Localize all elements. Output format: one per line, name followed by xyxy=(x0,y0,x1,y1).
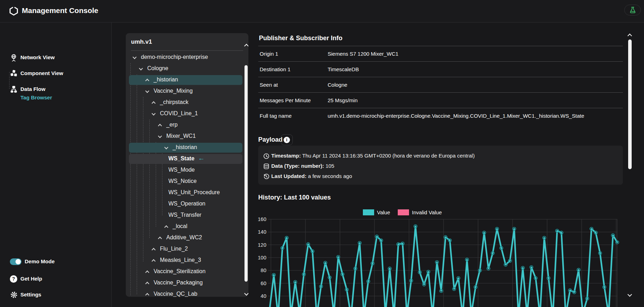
tree-item--erp[interactable]: _erp xyxy=(126,119,248,131)
chevron-up-icon[interactable] xyxy=(145,270,149,274)
chevron-down-icon[interactable] xyxy=(158,134,162,138)
chevron-up-icon[interactable] xyxy=(151,259,155,263)
gear-icon xyxy=(10,291,18,299)
selected-tag-arrow-icon: ← xyxy=(198,154,205,162)
tree-item-ws-operation[interactable]: WS_Operation xyxy=(126,198,248,210)
chevron-up-icon[interactable] xyxy=(158,124,162,128)
info-row-value: TimescaleDB xyxy=(328,66,623,72)
demo-flask-button[interactable] xyxy=(624,5,641,16)
sidebar-item-settings[interactable]: Settings xyxy=(0,291,112,301)
clock-icon xyxy=(263,152,270,159)
sidebar-item-tag-browser[interactable]: Tag Browser xyxy=(0,78,112,88)
tree-item-label: _historian xyxy=(173,144,197,151)
tree-item-label: WS_State xyxy=(168,155,194,162)
chevron-up-icon[interactable] xyxy=(158,237,162,240)
demo-mode-label: Demo Mode xyxy=(25,258,55,264)
svg-text:60: 60 xyxy=(261,281,266,286)
tree-scroll-up-icon[interactable] xyxy=(244,44,248,48)
tree-scrollbar-thumb[interactable] xyxy=(244,65,248,282)
info-table-row: Messages Per Minute25 Msgs/min xyxy=(258,92,623,108)
sidebar-item-network-view[interactable]: Network View xyxy=(0,53,112,63)
tree-item-vaccine-sterilization[interactable]: Vaccine_Sterilization xyxy=(126,266,248,277)
tree-header-divider xyxy=(131,50,243,51)
svg-text:140: 140 xyxy=(258,229,266,235)
tree-item-ws-state[interactable]: WS_State← xyxy=(126,153,248,165)
tree-item-ws-unit-procedure[interactable]: WS_Unit_Procedure xyxy=(126,187,248,198)
tree-item-label: WS_Operation xyxy=(168,201,205,207)
tree-item-mixer-wc1[interactable]: Mixer_WC1 xyxy=(126,131,248,142)
tree-item-covid-line-1[interactable]: COVID_Line_1 xyxy=(126,108,248,119)
tree-item-label: COVID_Line_1 xyxy=(160,110,198,117)
tree-item-additive-wc2[interactable]: Additive_WC2 xyxy=(126,232,248,244)
info-table-row: Destination 1TimescaleDB xyxy=(258,61,623,77)
payload-heading: Payload xyxy=(258,136,283,143)
info-row-value: Siemens S7 1200 Mixer_WC1 xyxy=(328,51,623,57)
payload-line: Last Updated: a few seconds ago xyxy=(258,171,623,181)
sidebar-item-label: Network View xyxy=(20,54,55,60)
chevron-up-icon[interactable] xyxy=(164,225,168,229)
chevron-down-icon[interactable] xyxy=(145,89,149,93)
chevron-down-icon[interactable] xyxy=(139,66,143,70)
tree-item-vaccine-mixing[interactable]: Vaccine_Mixing xyxy=(126,86,248,97)
tree-item-label: demo-microchip-enterprise xyxy=(141,54,208,60)
svg-text:80: 80 xyxy=(261,268,266,273)
tree-item-label: WS_Mode xyxy=(168,167,195,173)
database-icon xyxy=(263,162,270,169)
info-row-value: Cologne xyxy=(328,82,623,88)
tag-browser-panel: umh.v1 demo-microchip-enterpriseCologne_… xyxy=(126,33,248,297)
tree-item-flu-line-2[interactable]: Flu_Line_2 xyxy=(126,244,248,255)
chevron-up-icon[interactable] xyxy=(145,282,149,285)
sidebar-item-label: Tag Browser xyxy=(20,94,52,100)
tree-item-label: WS_Transfer xyxy=(168,212,202,218)
help-icon: ? xyxy=(10,275,17,283)
main-scroll-down-icon[interactable] xyxy=(627,292,632,297)
tree-item-label: Flu_Line_2 xyxy=(160,246,188,252)
tree-item-demo-microchip-enterprise[interactable]: demo-microchip-enterprise xyxy=(126,52,248,63)
tree-item--chirpstack[interactable]: _chirpstack xyxy=(126,97,248,108)
history-heading: History: Last 100 values xyxy=(258,194,331,201)
tree-root-label: umh.v1 xyxy=(131,38,152,45)
chevron-up-icon[interactable] xyxy=(145,293,149,297)
chevron-down-icon[interactable] xyxy=(151,111,155,115)
tree-item--historian[interactable]: _historian xyxy=(126,74,248,86)
chevron-down-icon[interactable] xyxy=(132,55,136,59)
info-row-label: Seen at xyxy=(258,82,328,88)
tree-item--historian[interactable]: _historian xyxy=(126,142,248,153)
payload-line: Data (Type: number): 105 xyxy=(258,161,623,171)
info-row-label: Full tag name xyxy=(258,113,328,119)
payload-line-value: Thu Apr 11 2024 13:16:35 GMT+0200 (hora … xyxy=(301,153,475,159)
demo-mode-toggle[interactable] xyxy=(10,258,21,265)
sidebar: Network View Component View Data Flow xyxy=(0,23,112,307)
chevron-up-icon[interactable] xyxy=(151,248,155,252)
tree-item-vaccine-packaging[interactable]: Vaccine_Packaging xyxy=(126,277,248,289)
info-table-row: Seen atCologne xyxy=(258,77,623,92)
tree-item-cologne[interactable]: Cologne xyxy=(126,63,248,74)
info-row-label: Destination 1 xyxy=(258,66,328,72)
info-table: Origin 1Siemens S7 1200 Mixer_WC1Destina… xyxy=(258,46,623,123)
payload-info-button[interactable]: i xyxy=(281,134,293,145)
svg-text:40: 40 xyxy=(261,293,266,299)
payload-line-label: Last Updated: xyxy=(271,173,306,179)
network-view-icon xyxy=(10,54,18,61)
tree-item-vaccine-qc-lab[interactable]: Vaccine_QC_Lab xyxy=(126,289,248,297)
tree-item-ws-notice[interactable]: WS_Notice xyxy=(126,176,248,187)
payload-line-value: a few seconds ago xyxy=(306,173,352,179)
info-row-label: Origin 1 xyxy=(258,51,328,57)
payload-box: Timestamp: Thu Apr 11 2024 13:16:35 GMT+… xyxy=(258,146,623,185)
tree-item-ws-transfer[interactable]: WS_Transfer xyxy=(126,210,248,221)
tree-item-label: Vaccine_QC_Lab xyxy=(154,291,197,297)
tree-item-label: WS_Notice xyxy=(168,178,197,184)
tree-item-measles-line-3[interactable]: Measles_Line_3 xyxy=(126,255,248,266)
tree-item-label: _erp xyxy=(166,122,178,128)
main-scroll-up-icon[interactable] xyxy=(627,33,632,38)
sidebar-item-get-help[interactable]: ? Get Help xyxy=(0,275,112,285)
main-scrollbar-thumb[interactable] xyxy=(628,39,632,169)
tree-item--local[interactable]: _local xyxy=(126,221,248,232)
info-table-row: Full tag nameumh.v1.demo-microchip-enter… xyxy=(258,108,623,123)
tree-item-ws-mode[interactable]: WS_Mode xyxy=(126,165,248,176)
payload-line: Timestamp: Thu Apr 11 2024 13:16:35 GMT+… xyxy=(258,151,623,161)
chevron-up-icon[interactable] xyxy=(151,101,155,105)
app-title: Management Console xyxy=(22,6,98,15)
sidebar-item-component-view[interactable]: Component View xyxy=(0,69,112,79)
info-icon: i xyxy=(284,137,290,143)
